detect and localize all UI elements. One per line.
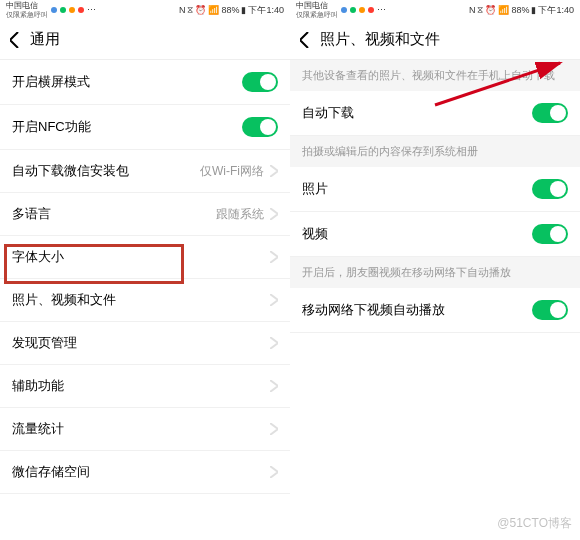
row-label: 照片 [302, 180, 532, 198]
phone-left: 中国电信 仅限紧急呼叫 ⋯ N ⧖ ⏰ 📶 88% ▮ 下午1:40 通用 开启… [0, 0, 290, 540]
statusbar: 中国电信 仅限紧急呼叫 ⋯ N ⧖ ⏰ 📶 88% ▮ 下午1:40 [290, 0, 580, 20]
signal-icon: 📶 [498, 5, 509, 15]
notif-dot [368, 7, 374, 13]
row-label: 自动下载 [302, 104, 532, 122]
row-item[interactable]: 发现页管理 [0, 322, 290, 365]
carrier-sub: 仅限紧急呼叫 [6, 11, 48, 19]
carrier-text: 中国电信 [296, 2, 338, 11]
row-label: 辅助功能 [12, 377, 270, 395]
section-header: 开启后，朋友圈视频在移动网络下自动播放 [290, 257, 580, 288]
row-auto-download[interactable]: 自动下载 [290, 91, 580, 136]
row-label: 自动下载微信安装包 [12, 162, 200, 180]
notif-dot [359, 7, 365, 13]
toggle-autoplay[interactable] [532, 300, 568, 320]
row-item[interactable]: 开启横屏模式 [0, 60, 290, 105]
row-photo[interactable]: 照片 [290, 167, 580, 212]
toggle[interactable] [242, 72, 278, 92]
notif-dot [69, 7, 75, 13]
back-icon[interactable] [300, 32, 310, 48]
section-header: 其他设备查看的照片、视频和文件在手机上自动下载 [290, 60, 580, 91]
phone-right: 中国电信 仅限紧急呼叫 ⋯ N ⧖ ⏰ 📶 88% ▮ 下午1:40 照片、视频… [290, 0, 580, 540]
more-icon: ⋯ [87, 5, 96, 15]
row-label: 发现页管理 [12, 334, 270, 352]
battery-text: 88% [221, 5, 239, 15]
signal-icon: 📶 [208, 5, 219, 15]
row-label: 微信存储空间 [12, 463, 270, 481]
toggle[interactable] [242, 117, 278, 137]
alarm-icon: ⏰ [195, 5, 206, 15]
row-autoplay[interactable]: 移动网络下视频自动播放 [290, 288, 580, 333]
bluetooth-icon: ⧖ [477, 5, 483, 16]
nfc-icon: N [179, 5, 186, 15]
time-text: 下午1:40 [248, 4, 284, 17]
notif-dot [341, 7, 347, 13]
toggle-video[interactable] [532, 224, 568, 244]
back-icon[interactable] [10, 32, 20, 48]
settings-list: 开启横屏模式开启NFC功能自动下载微信安装包仅Wi-Fi网络多语言跟随系统字体大… [0, 60, 290, 494]
notif-dot [78, 7, 84, 13]
notif-dot [350, 7, 356, 13]
settings-list: 其他设备查看的照片、视频和文件在手机上自动下载 自动下载 拍摄或编辑后的内容保存… [290, 60, 580, 333]
more-icon: ⋯ [377, 5, 386, 15]
toggle-auto-download[interactable] [532, 103, 568, 123]
row-item[interactable]: 开启NFC功能 [0, 105, 290, 150]
row-item[interactable]: 辅助功能 [0, 365, 290, 408]
watermark: @51CTO博客 [497, 515, 572, 532]
battery-icon: ▮ [241, 5, 246, 15]
row-video[interactable]: 视频 [290, 212, 580, 257]
row-item[interactable]: 微信存储空间 [0, 451, 290, 494]
row-label: 多语言 [12, 205, 216, 223]
carrier-sub: 仅限紧急呼叫 [296, 11, 338, 19]
row-item[interactable]: 字体大小 [0, 236, 290, 279]
notif-dot [60, 7, 66, 13]
row-label: 开启横屏模式 [12, 73, 242, 91]
row-label: 流量统计 [12, 420, 270, 438]
carrier-text: 中国电信 [6, 2, 48, 11]
battery-icon: ▮ [531, 5, 536, 15]
row-item[interactable]: 流量统计 [0, 408, 290, 451]
header: 通用 [0, 20, 290, 60]
row-value: 跟随系统 [216, 206, 264, 223]
nfc-icon: N [469, 5, 476, 15]
section-header: 拍摄或编辑后的内容保存到系统相册 [290, 136, 580, 167]
header: 照片、视频和文件 [290, 20, 580, 60]
battery-text: 88% [511, 5, 529, 15]
row-label: 照片、视频和文件 [12, 291, 270, 309]
time-text: 下午1:40 [538, 4, 574, 17]
bluetooth-icon: ⧖ [187, 5, 193, 16]
row-label: 字体大小 [12, 248, 270, 266]
row-label: 移动网络下视频自动播放 [302, 301, 532, 319]
toggle-photo[interactable] [532, 179, 568, 199]
row-item[interactable]: 多语言跟随系统 [0, 193, 290, 236]
alarm-icon: ⏰ [485, 5, 496, 15]
row-value: 仅Wi-Fi网络 [200, 163, 264, 180]
row-item[interactable]: 照片、视频和文件 [0, 279, 290, 322]
notif-dot [51, 7, 57, 13]
row-label: 视频 [302, 225, 532, 243]
row-label: 开启NFC功能 [12, 118, 242, 136]
statusbar: 中国电信 仅限紧急呼叫 ⋯ N ⧖ ⏰ 📶 88% ▮ 下午1:40 [0, 0, 290, 20]
row-item[interactable]: 自动下载微信安装包仅Wi-Fi网络 [0, 150, 290, 193]
page-title: 通用 [30, 30, 60, 49]
page-title: 照片、视频和文件 [320, 30, 440, 49]
